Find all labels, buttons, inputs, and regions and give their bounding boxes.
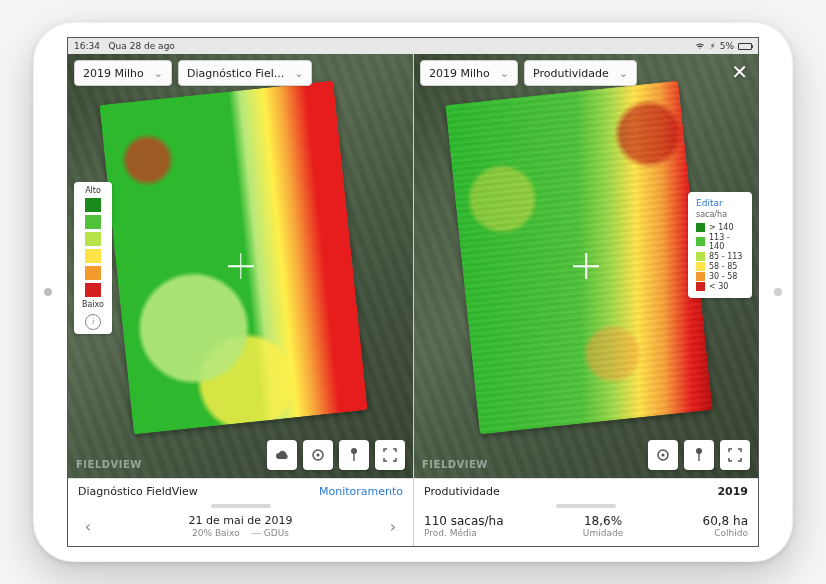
- season-crop-dropdown[interactable]: 2019 Milho ⌄: [74, 60, 172, 86]
- footer-date: 21 de mai de 2019: [189, 514, 293, 527]
- pin-tool[interactable]: [339, 440, 369, 470]
- legend-swatch: [85, 232, 101, 246]
- chevron-down-icon: ⌄: [154, 67, 163, 80]
- next-date-button[interactable]: ›: [383, 517, 403, 536]
- stat-umidade: 18,6% Umidade: [583, 514, 623, 538]
- stat-colhido: 60,8 ha Colhido: [703, 514, 749, 538]
- battery-text: 5%: [720, 41, 734, 51]
- legend-swatch: [696, 282, 705, 291]
- legend-swatch: [85, 249, 101, 263]
- recenter-tool[interactable]: [648, 440, 678, 470]
- svg-point-1: [317, 454, 320, 457]
- left-pane: 2019 Milho ⌄ Diagnóstico Fiel... ⌄ Alto: [68, 54, 413, 546]
- legend-swatch: [85, 198, 101, 212]
- left-map-tools: [267, 440, 405, 470]
- footer-title: Produtividade: [424, 485, 500, 498]
- left-map-area[interactable]: 2019 Milho ⌄ Diagnóstico Fiel... ⌄ Alto: [68, 54, 413, 478]
- map-crosshair: [573, 253, 599, 279]
- legend-row-label: 30 - 58: [709, 272, 737, 281]
- status-time: 16:34: [74, 41, 100, 51]
- legend-row: 85 - 113: [696, 252, 744, 261]
- dropdown-label: Diagnóstico Fiel...: [187, 67, 284, 80]
- yield-legend: Editar saca/ha > 140113 - 14085 - 11358 …: [688, 192, 752, 298]
- legend-row-label: < 30: [709, 282, 728, 291]
- legend-row-label: > 140: [709, 223, 734, 232]
- status-date: Qua 28 de ago: [109, 41, 175, 51]
- stat-value: 18,6%: [583, 514, 623, 528]
- legend-row: 30 - 58: [696, 272, 744, 281]
- wifi-icon: [695, 42, 705, 50]
- season-crop-dropdown[interactable]: 2019 Milho ⌄: [420, 60, 518, 86]
- legend-low-label: Baixo: [82, 300, 104, 309]
- prev-date-button[interactable]: ‹: [78, 517, 98, 536]
- ipad-camera-dot: [774, 288, 782, 296]
- brand-watermark: FIELDVIEW: [422, 459, 488, 470]
- chevron-down-icon: ⌄: [619, 67, 628, 80]
- legend-unit: saca/ha: [696, 210, 744, 219]
- stat-value: 110 sacas/ha: [424, 514, 504, 528]
- diagnostic-legend: Alto Baixo i: [74, 182, 112, 334]
- recenter-tool[interactable]: [303, 440, 333, 470]
- legend-swatch: [85, 283, 101, 297]
- app-screen: 16:34 Qua 28 de ago ⚡︎ 5%: [67, 37, 759, 547]
- left-footer: Diagnóstico FieldView Monitoramento ‹ 21…: [68, 478, 413, 546]
- legend-swatch: [85, 215, 101, 229]
- dropdown-label: 2019 Milho: [429, 67, 490, 80]
- charging-icon: ⚡︎: [709, 41, 715, 51]
- legend-row-label: 113 - 140: [709, 233, 744, 251]
- legend-high-label: Alto: [85, 186, 101, 195]
- ipad-device-frame: 16:34 Qua 28 de ago ⚡︎ 5%: [33, 22, 793, 562]
- split-view: 2019 Milho ⌄ Diagnóstico Fiel... ⌄ Alto: [68, 54, 758, 546]
- ipad-home-dot: [44, 288, 52, 296]
- legend-swatch: [696, 237, 705, 246]
- right-footer: Produtividade 2019 110 sacas/ha Prod. Mé…: [414, 478, 758, 546]
- dropdown-label: 2019 Milho: [83, 67, 144, 80]
- svg-point-5: [662, 454, 665, 457]
- drag-handle[interactable]: [556, 504, 616, 508]
- stat-label: Prod. Média: [424, 528, 504, 538]
- legend-swatch: [696, 262, 705, 271]
- footer-sub-right: --- GDUs: [251, 528, 289, 538]
- chevron-down-icon: ⌄: [294, 67, 303, 80]
- legend-swatch: [696, 252, 705, 261]
- right-pane: 2019 Milho ⌄ Produtividade ⌄ ✕ Editar s: [413, 54, 758, 546]
- right-map-tools: [648, 440, 750, 470]
- close-compare-button[interactable]: ✕: [731, 62, 748, 82]
- cloud-tool[interactable]: [267, 440, 297, 470]
- chevron-down-icon: ⌄: [500, 67, 509, 80]
- legend-row: 113 - 140: [696, 233, 744, 251]
- layer-dropdown[interactable]: Produtividade ⌄: [524, 60, 637, 86]
- footer-year: 2019: [717, 485, 748, 498]
- stat-prod-media: 110 sacas/ha Prod. Média: [424, 514, 504, 538]
- legend-swatch: [85, 266, 101, 280]
- stat-value: 60,8 ha: [703, 514, 749, 528]
- right-map-area[interactable]: 2019 Milho ⌄ Produtividade ⌄ ✕ Editar s: [414, 54, 758, 478]
- svg-rect-7: [698, 453, 699, 461]
- legend-swatch: [696, 223, 705, 232]
- legend-row: > 140: [696, 223, 744, 232]
- legend-edit-link[interactable]: Editar: [696, 198, 744, 208]
- footer-sub-left: 20% Baixo: [192, 528, 240, 538]
- battery-icon: [738, 43, 752, 50]
- info-icon[interactable]: i: [85, 314, 101, 330]
- legend-row: < 30: [696, 282, 744, 291]
- layer-dropdown[interactable]: Diagnóstico Fiel... ⌄: [178, 60, 312, 86]
- legend-swatch: [696, 272, 705, 281]
- drag-handle[interactable]: [211, 504, 271, 508]
- footer-title: Diagnóstico FieldView: [78, 485, 198, 498]
- stat-label: Umidade: [583, 528, 623, 538]
- legend-row: 58 - 85: [696, 262, 744, 271]
- dropdown-label: Produtividade: [533, 67, 609, 80]
- svg-rect-3: [353, 453, 354, 461]
- map-crosshair: [228, 253, 254, 279]
- legend-row-label: 58 - 85: [709, 262, 737, 271]
- ios-status-bar: 16:34 Qua 28 de ago ⚡︎ 5%: [68, 38, 758, 54]
- fullscreen-tool[interactable]: [720, 440, 750, 470]
- monitoring-link[interactable]: Monitoramento: [319, 485, 403, 498]
- legend-row-label: 85 - 113: [709, 252, 742, 261]
- fullscreen-tool[interactable]: [375, 440, 405, 470]
- brand-watermark: FIELDVIEW: [76, 459, 142, 470]
- stat-label: Colhido: [703, 528, 749, 538]
- pin-tool[interactable]: [684, 440, 714, 470]
